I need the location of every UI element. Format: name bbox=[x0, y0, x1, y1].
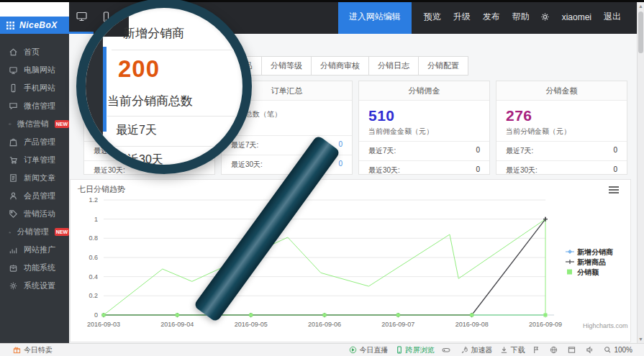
sidebar-item-orders[interactable]: 订单管理 bbox=[0, 151, 69, 169]
scroll-up-arrow[interactable]: ▲ bbox=[638, 4, 644, 9]
statusbar-flag[interactable] bbox=[532, 346, 542, 354]
sidebar-item-label: 新闻文章 bbox=[24, 173, 55, 183]
sidebar-item-features[interactable]: 功能系统 bbox=[0, 259, 69, 277]
new-badge: NEW bbox=[55, 228, 69, 236]
sidebar-item-pc-site[interactable]: 电脑网站 bbox=[0, 61, 69, 79]
gift-icon bbox=[13, 346, 21, 354]
legend-item[interactable]: 新增商品 bbox=[576, 258, 606, 266]
tab-pc-site[interactable] bbox=[69, 0, 94, 34]
app-logo[interactable]: NiceBoX bbox=[0, 17, 69, 34]
statusbar-booster[interactable]: 加速器 bbox=[461, 345, 492, 355]
settings-gear-button[interactable] bbox=[540, 12, 550, 22]
tab-distribution-config[interactable]: 分销配置 bbox=[418, 56, 468, 76]
statusbar-games[interactable] bbox=[442, 346, 453, 354]
statusbar-label: 今日直播 bbox=[359, 345, 388, 355]
sidebar-item-products[interactable]: 产品管理 bbox=[0, 133, 69, 151]
toolbox-icon bbox=[9, 263, 18, 273]
x-axis-label: 2016-09-06 bbox=[308, 321, 341, 328]
magnifier-lens: 新增分销商 200 当前分销商总数 最近7天 最近30天 bbox=[76, 0, 252, 174]
phone-icon bbox=[9, 83, 18, 93]
sidebar-item-home[interactable]: 首页 bbox=[0, 43, 69, 61]
y-axis-label: 1 bbox=[94, 216, 98, 223]
scroll-down-arrow[interactable]: ▼ bbox=[638, 337, 644, 342]
sidebar-item-members[interactable]: 会员管理 bbox=[0, 187, 69, 205]
y-axis-label: 0 bbox=[94, 311, 98, 319]
tab-distribution-levels[interactable]: 分销等级 bbox=[261, 56, 312, 76]
flag-icon bbox=[532, 346, 540, 354]
sidebar-item-settings[interactable]: 系统设置 bbox=[0, 277, 69, 295]
logo-text: NiceBoX bbox=[19, 20, 58, 30]
row-value[interactable]: 0 bbox=[338, 160, 343, 170]
tab-distributor-review[interactable]: 分销商审核 bbox=[311, 56, 369, 76]
x-axis-label: 2016-09-08 bbox=[455, 321, 489, 328]
statusbar-label: 今日特卖 bbox=[24, 345, 53, 355]
statusbar-today-sale[interactable]: 今日特卖 bbox=[13, 345, 53, 355]
line-chart: 00.20.40.60.811.22016-09-032016-09-04201… bbox=[71, 191, 630, 339]
statusbar-cross-screen[interactable]: 跨屏浏览 bbox=[396, 345, 434, 355]
x-axis-label: 2016-09-03 bbox=[87, 321, 120, 328]
row-label: 最近30天: bbox=[368, 165, 400, 175]
bar-chart-icon bbox=[9, 227, 12, 237]
sidebar-item-wechat-marketing[interactable]: 微信营销 NEW bbox=[0, 115, 69, 133]
sidebar-item-news[interactable]: 新闻文章 bbox=[0, 169, 69, 187]
enter-site-edit-button[interactable]: 进入网站编辑 bbox=[338, 0, 412, 34]
gear-icon bbox=[540, 12, 550, 22]
card-caption: 当前佣金金额（元） bbox=[359, 124, 489, 141]
magnifier-icon bbox=[604, 346, 612, 354]
help-link[interactable]: 帮助 bbox=[512, 11, 530, 23]
card-value: 510 bbox=[359, 101, 489, 124]
statusbar-right: 今日直播 跨屏浏览 加速器 下载 bbox=[349, 345, 632, 355]
statusbar-live[interactable]: 今日直播 bbox=[349, 345, 388, 355]
legend-item[interactable]: 分销额 bbox=[576, 268, 599, 276]
download-icon bbox=[500, 346, 508, 354]
square-marker bbox=[544, 314, 548, 317]
sidebar-item-distribution[interactable]: 分销管理 NEW bbox=[0, 223, 69, 241]
statusbar-sound[interactable] bbox=[586, 346, 596, 354]
vertical-scrollbar[interactable]: ▲ ▼ bbox=[637, 2, 644, 343]
sidebar-item-wechat-manage[interactable]: 微信管理 bbox=[0, 97, 69, 115]
monitor-icon bbox=[9, 65, 18, 75]
gamepad-icon bbox=[442, 346, 450, 354]
statusbar-window[interactable] bbox=[568, 346, 578, 354]
sidebar-item-label: 网站推广 bbox=[24, 245, 55, 255]
sidebar-item-mobile-site[interactable]: 手机网站 bbox=[0, 79, 69, 97]
sidebar-item-promotion[interactable]: 网站推广 bbox=[0, 241, 69, 259]
new-badge: NEW bbox=[55, 120, 69, 128]
logout-link[interactable]: 退出 bbox=[604, 11, 621, 23]
statusbar-download[interactable]: 下载 bbox=[500, 345, 525, 355]
rocket-icon bbox=[461, 346, 468, 354]
card-value: 276 bbox=[496, 101, 627, 124]
y-axis-label: 0.4 bbox=[89, 273, 98, 280]
legend-marker[interactable] bbox=[568, 250, 572, 254]
row-label: 最近7天: bbox=[506, 146, 533, 156]
monitor-icon bbox=[76, 10, 88, 22]
series-new-products bbox=[104, 219, 545, 315]
statusbar-label: 下载 bbox=[510, 345, 525, 355]
publish-link[interactable]: 发布 bbox=[483, 11, 500, 23]
user-name[interactable]: xiaomei bbox=[562, 12, 591, 22]
cart-icon bbox=[9, 155, 18, 165]
sidebar-item-label: 功能系统 bbox=[24, 263, 55, 273]
sidebar-item-label: 手机网站 bbox=[24, 83, 55, 93]
sidebar-item-marketing[interactable]: 营销活动 bbox=[0, 205, 69, 223]
tag-icon bbox=[9, 209, 18, 219]
sidebar-item-label: 微信营销 bbox=[17, 119, 49, 129]
document-icon bbox=[9, 173, 18, 183]
chart-watermark: Highcharts.com bbox=[583, 322, 628, 329]
scrollbar-thumb[interactable] bbox=[638, 12, 643, 53]
series-distribution-amount-detail bbox=[104, 219, 545, 315]
tab-distribution-log[interactable]: 分销日志 bbox=[368, 56, 419, 76]
card-row: 最近30天: 0 bbox=[496, 160, 627, 180]
statusbar-zoom[interactable]: 100% bbox=[604, 346, 632, 354]
upgrade-link[interactable]: 升级 bbox=[453, 11, 471, 23]
legend-item[interactable]: 新增分销商 bbox=[576, 248, 613, 256]
divider bbox=[112, 50, 251, 50]
preview-link[interactable]: 预览 bbox=[424, 11, 441, 23]
row-value[interactable]: 0 bbox=[338, 140, 343, 150]
magnified-card-caption: 当前分销商总数 bbox=[107, 93, 193, 109]
row-value: 0 bbox=[476, 165, 480, 175]
statusbar-browser-mode[interactable] bbox=[550, 346, 560, 354]
legend-marker[interactable] bbox=[567, 270, 572, 275]
square-marker bbox=[470, 314, 473, 317]
x-axis-label: 2016-09-04 bbox=[160, 321, 194, 328]
